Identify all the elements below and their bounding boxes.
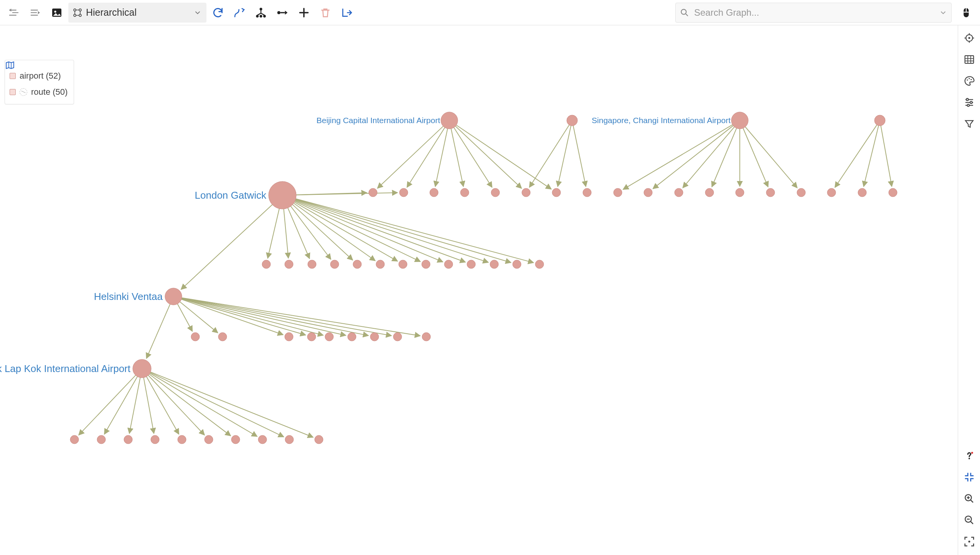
graph-node[interactable]: [614, 188, 622, 197]
zoom-out-button[interactable]: [961, 512, 977, 528]
graph-node[interactable]: [422, 260, 430, 268]
graph-node[interactable]: [766, 188, 775, 197]
graph-edge[interactable]: [148, 375, 205, 435]
legend-item-airport[interactable]: airport (52): [8, 68, 69, 84]
graph-edge[interactable]: [182, 298, 369, 336]
graph-node[interactable]: [513, 260, 521, 268]
graph-node[interactable]: [369, 188, 377, 197]
graph-node[interactable]: [393, 333, 402, 341]
graph-node[interactable]: [399, 188, 408, 197]
graph-edge[interactable]: [745, 127, 797, 188]
graph-node[interactable]: [858, 188, 866, 197]
graph-node[interactable]: [874, 115, 885, 126]
help-button[interactable]: [961, 448, 977, 464]
graph-node[interactable]: [269, 181, 296, 209]
graph-node[interactable]: [133, 359, 151, 378]
graph-node[interactable]: [567, 115, 577, 126]
settings-button[interactable]: [961, 94, 977, 110]
graph-edge[interactable]: [864, 126, 879, 187]
graph-edge[interactable]: [182, 298, 392, 336]
curve-button[interactable]: [229, 3, 249, 23]
graph-node[interactable]: [490, 260, 498, 268]
graph-edge[interactable]: [104, 377, 137, 434]
graph-node[interactable]: [70, 435, 79, 444]
graph-edge[interactable]: [150, 373, 257, 436]
graph-edge[interactable]: [683, 127, 734, 188]
fit-button[interactable]: [961, 534, 977, 550]
graph-edge[interactable]: [288, 208, 310, 259]
graph-node[interactable]: [827, 188, 836, 197]
graph-edge[interactable]: [455, 126, 521, 188]
graph-edge[interactable]: [881, 126, 892, 186]
graph-node[interactable]: [583, 188, 591, 197]
graph-node[interactable]: [285, 333, 293, 341]
filter-button[interactable]: [961, 116, 977, 132]
add-button[interactable]: [294, 3, 314, 23]
graph-node[interactable]: [444, 260, 453, 268]
graph-canvas[interactable]: London GatwickBeijing Capital Internatio…: [0, 25, 958, 555]
graph-node[interactable]: [736, 188, 744, 197]
center-button[interactable]: [961, 30, 977, 46]
graph-node[interactable]: [491, 188, 500, 197]
graph-node[interactable]: [258, 435, 267, 444]
graph-node[interactable]: [165, 288, 182, 305]
graph-node[interactable]: [262, 260, 271, 268]
graph-edge[interactable]: [268, 209, 279, 258]
graph-node[interactable]: [797, 188, 805, 197]
graph-edge[interactable]: [451, 129, 464, 187]
graph-node[interactable]: [522, 188, 530, 197]
graph-edge[interactable]: [378, 126, 443, 188]
refresh-button[interactable]: [208, 3, 228, 23]
graph-node[interactable]: [325, 333, 333, 341]
graph-node[interactable]: [348, 333, 356, 341]
collapse-button[interactable]: [961, 469, 977, 485]
graph-edge[interactable]: [456, 125, 551, 189]
graph-node[interactable]: [315, 435, 323, 444]
search-box[interactable]: [675, 3, 952, 23]
graph-edge[interactable]: [623, 125, 733, 189]
graph-edge[interactable]: [144, 378, 154, 434]
graph-edge[interactable]: [295, 199, 488, 262]
graph-node[interactable]: [191, 333, 200, 341]
graph-node[interactable]: [97, 435, 106, 444]
graph-node[interactable]: [441, 112, 458, 129]
graph-edge[interactable]: [291, 206, 331, 260]
graph-node[interactable]: [285, 435, 294, 444]
graph-edge[interactable]: [653, 126, 733, 189]
graph-edge[interactable]: [295, 201, 443, 262]
graph-edge[interactable]: [181, 205, 272, 290]
graph-node[interactable]: [467, 260, 475, 268]
graph-edge[interactable]: [79, 375, 135, 435]
graph-node[interactable]: [205, 435, 213, 444]
graph-node[interactable]: [889, 188, 897, 197]
graph-node[interactable]: [308, 260, 316, 268]
graph-edge[interactable]: [530, 125, 569, 188]
graph-edge[interactable]: [296, 199, 534, 263]
graph-node[interactable]: [231, 435, 240, 444]
edge-button[interactable]: [272, 3, 292, 23]
graph-edge[interactable]: [558, 126, 571, 187]
style-button[interactable]: [961, 73, 977, 89]
graph-edge[interactable]: [573, 126, 586, 187]
image-button[interactable]: [47, 3, 67, 23]
graph-edge[interactable]: [284, 209, 288, 258]
export-button[interactable]: [337, 3, 357, 23]
graph-node[interactable]: [535, 260, 544, 268]
graph-edge[interactable]: [147, 377, 179, 434]
graph-node[interactable]: [376, 260, 384, 268]
graph-node[interactable]: [285, 260, 293, 268]
graph-node[interactable]: [422, 333, 431, 341]
graph-node[interactable]: [330, 260, 339, 268]
graph-node[interactable]: [307, 333, 316, 341]
graph-node[interactable]: [731, 112, 748, 129]
graph-edge[interactable]: [149, 374, 231, 436]
graph-edge[interactable]: [743, 128, 768, 187]
graph-edge[interactable]: [712, 128, 736, 187]
zoom-in-button[interactable]: [961, 491, 977, 507]
graph-edge[interactable]: [182, 298, 420, 336]
history-fwd-button[interactable]: [25, 3, 45, 23]
graph-node[interactable]: [370, 333, 379, 341]
table-button[interactable]: [961, 51, 977, 68]
mouse-mode-button[interactable]: [956, 3, 976, 23]
delete-button[interactable]: [315, 3, 335, 23]
